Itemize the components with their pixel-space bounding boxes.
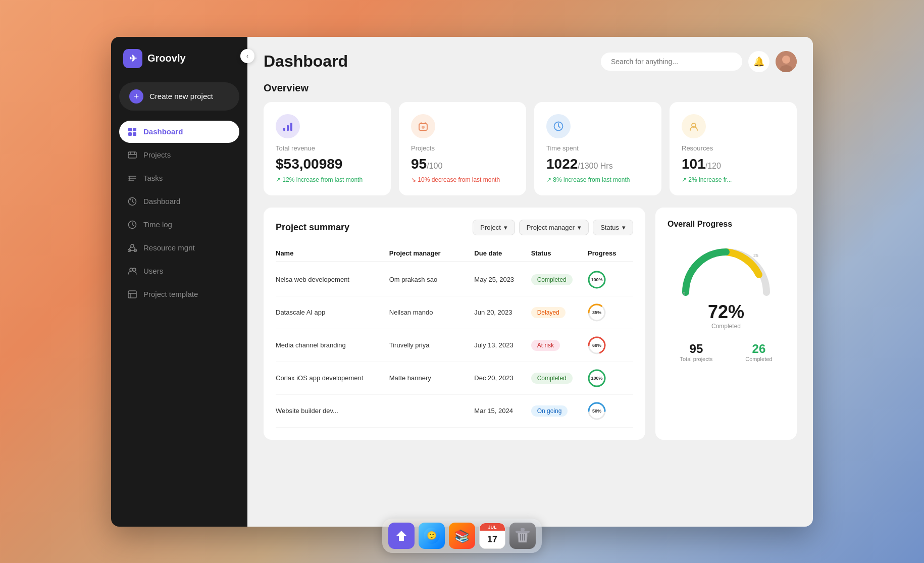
create-project-button[interactable]: + Create new project — [119, 82, 239, 111]
nav-icon-dashboard2 — [127, 196, 137, 207]
svg-point-24 — [782, 56, 790, 64]
sidebar-item-dashboard[interactable]: Dashboard — [119, 121, 239, 143]
stat-card-resources: Resources 101/120 ↗ 2% increase fr... — [670, 102, 797, 195]
avatar — [776, 51, 797, 72]
row-name-3: Corlax iOS app developement — [276, 374, 389, 382]
summary-title: Project summary — [276, 222, 349, 233]
sidebar-item-users[interactable]: Users — [119, 260, 239, 282]
progress-circle-1: 35% — [588, 303, 606, 322]
progress-circle-0: 100% — [588, 271, 606, 289]
row-manager-2: Tiruvelly priya — [389, 341, 475, 349]
nav-icon-projects — [127, 150, 137, 160]
main-content: Dashboard 🔔 Overview Total revenue $53,0… — [247, 37, 813, 527]
svg-rect-0 — [128, 128, 132, 131]
sidebar-item-resourcemgnt[interactable]: Resource mgnt — [119, 237, 239, 259]
header: Dashboard 🔔 — [247, 37, 813, 82]
stat-value-revenue: $53,00989 — [276, 156, 379, 172]
nav-icon-resourcemgnt — [127, 243, 137, 253]
sidebar-item-tasks[interactable]: Tasks — [119, 167, 239, 189]
svg-rect-3 — [133, 132, 136, 136]
sidebar-item-projecttemplate[interactable]: Project template — [119, 283, 239, 305]
nav-icon-projecttemplate — [127, 289, 137, 299]
overview-title: Overview — [264, 82, 797, 94]
search-input[interactable] — [601, 53, 742, 71]
row-date-1: Jun 20, 2023 — [474, 309, 531, 316]
sidebar: ‹ ✈ Groovly + Create new project Dashboa… — [111, 37, 247, 527]
table-row: Datascale AI app Neilsan mando Jun 20, 2… — [276, 296, 633, 329]
status-filter-label: Status — [600, 224, 619, 231]
svg-rect-26 — [283, 128, 285, 131]
table-body: Nelsa web developement Om prakash sao Ma… — [276, 264, 633, 428]
svg-rect-48 — [516, 531, 530, 533]
svg-point-30 — [422, 126, 425, 129]
notification-button[interactable]: 🔔 — [748, 51, 769, 72]
sidebar-item-projects[interactable]: Projects — [119, 144, 239, 166]
progress-circle-4: 50% — [588, 402, 606, 420]
status-badge-4: On going — [531, 405, 568, 417]
row-manager-1: Neilsan mando — [389, 309, 475, 316]
stat-change-revenue: ↗ 12% increase from last month — [276, 176, 379, 183]
row-status-4: On going — [531, 405, 588, 417]
status-badge-3: Completed — [531, 373, 573, 384]
stat-change-timespent: ↗ 8% increase from last month — [546, 176, 649, 183]
stat-icon-projects — [411, 114, 435, 138]
row-status-2: At risk — [531, 340, 588, 351]
row-manager-3: Matte hannery — [389, 374, 475, 382]
stat-label-timespent: Time spent — [546, 144, 649, 152]
summary-header: Project summary Project▾Project manager▾… — [276, 220, 633, 235]
stat-label-resources: Resources — [682, 144, 785, 152]
project-filter[interactable]: Project▾ — [473, 220, 515, 235]
row-status-0: Completed — [531, 274, 588, 285]
status-filter[interactable]: Status▾ — [593, 220, 633, 235]
svg-text:0: 0 — [683, 291, 685, 296]
svg-rect-49 — [521, 528, 525, 531]
table-row: Nelsa web developement Om prakash sao Ma… — [276, 264, 633, 296]
project-filter-chevron: ▾ — [504, 224, 507, 231]
dock-item-groovly[interactable] — [388, 523, 415, 549]
nav-label-projects: Projects — [143, 150, 171, 159]
row-date-0: May 25, 2023 — [474, 276, 531, 283]
app-window: ‹ ✈ Groovly + Create new project Dashboa… — [111, 37, 813, 527]
svg-rect-1 — [133, 128, 136, 131]
dock-item-books[interactable]: 📚 — [449, 523, 475, 549]
sidebar-item-timelog[interactable]: Time log — [119, 214, 239, 236]
dock-item-calendar[interactable]: JUL17 — [479, 523, 505, 549]
row-progress-1: 35% — [588, 303, 633, 322]
svg-rect-27 — [287, 125, 289, 131]
logo: ✈ Groovly — [119, 49, 239, 68]
stat-value-projects: 95/100 — [411, 156, 514, 172]
sidebar-item-dashboard2[interactable]: Dashboard — [119, 190, 239, 213]
progress-circle-3: 100% — [588, 369, 606, 387]
svg-rect-4 — [128, 152, 136, 158]
row-name-4: Website builder dev... — [276, 407, 389, 415]
nav-label-resourcemgnt: Resource mgnt — [143, 243, 195, 252]
collapse-button[interactable]: ‹ — [240, 49, 254, 63]
table-row: Media channel branding Tiruvelly priya J… — [276, 329, 633, 362]
status-badge-1: Delayed — [531, 307, 566, 318]
stat-label-projects: Projects — [411, 144, 514, 152]
row-progress-0: 100% — [588, 271, 633, 289]
dock-item-finder[interactable]: 🙂 — [419, 523, 445, 549]
gauge-container: 0 25 — [676, 237, 777, 297]
table-row: Website builder dev... Mar 15, 2024 On g… — [276, 395, 633, 428]
svg-rect-2 — [128, 132, 132, 136]
row-progress-3: 100% — [588, 369, 633, 387]
nav-label-projecttemplate: Project template — [143, 290, 198, 298]
row-status-3: Completed — [531, 373, 588, 384]
stat-card-revenue: Total revenue $53,00989 ↗ 12% increase f… — [264, 102, 391, 195]
svg-point-19 — [133, 268, 136, 271]
progress-stats: 95 Total projects 26 Completed — [668, 342, 785, 362]
completed-value: 26 — [745, 342, 772, 356]
nav-icon-timelog — [127, 220, 137, 230]
manager-filter[interactable]: Project manager▾ — [519, 220, 589, 235]
filter-buttons: Project▾Project manager▾Status▾ — [473, 220, 633, 235]
dock-item-trash[interactable] — [509, 523, 536, 549]
nav-icon-dashboard — [127, 127, 137, 137]
row-name-1: Datascale AI app — [276, 309, 389, 316]
col-header-due-date: Due date — [474, 249, 531, 257]
svg-point-12 — [131, 244, 134, 247]
nav-icon-tasks — [127, 173, 137, 183]
stats-grid: Total revenue $53,00989 ↗ 12% increase f… — [264, 102, 797, 195]
status-filter-chevron: ▾ — [622, 224, 626, 231]
content-area: Overview Total revenue $53,00989 ↗ 12% i… — [247, 82, 813, 527]
